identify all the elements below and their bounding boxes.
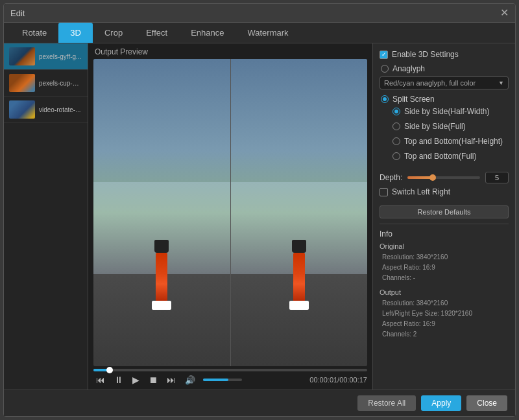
anaglyph-dropdown[interactable]: Red/cyan anaglyph, full color ▼ xyxy=(380,76,509,89)
split-opt-0-label: Side by Side(Half-Width) xyxy=(404,107,489,116)
apply-button[interactable]: Apply xyxy=(421,395,461,411)
orig-res: Resolution: 3840*2160 xyxy=(380,252,509,262)
split-opt-2-radio[interactable] xyxy=(392,137,400,145)
right-panel: ✓ Enable 3D Settings Anaglyph Red/cyan a… xyxy=(372,43,515,390)
info-title: Info xyxy=(380,229,509,239)
edit-dialog: Edit ✕ Rotate 3D Crop Effect Enhance Wat… xyxy=(3,3,516,417)
depth-row: Depth: 5 xyxy=(380,172,509,183)
sidebar-item-0[interactable]: pexels-gyff-g... xyxy=(4,43,88,70)
skip-end-button[interactable]: ⏭ xyxy=(164,374,178,386)
sidebar-thumb-0 xyxy=(9,47,35,65)
video-preview xyxy=(93,59,367,366)
split-opt-0-row: Side by Side(Half-Width) xyxy=(391,107,509,116)
out-eye-size: Left/Right Eye Size: 1920*2160 xyxy=(380,309,509,319)
time-display: 00:00:01/00:00:17 xyxy=(309,376,367,384)
volume-fill xyxy=(203,379,228,381)
split-options-group: Side by Side(Half-Width) Side by Side(Fu… xyxy=(380,107,509,164)
sidebar-thumb-2 xyxy=(9,100,35,119)
sidebar-thumb-1 xyxy=(9,74,35,92)
anaglyph-label: Anaglyph xyxy=(392,64,425,73)
switch-lr-label: Switch Left Right xyxy=(392,187,450,196)
progress-thumb[interactable] xyxy=(106,367,113,373)
split-opt-3-label: Top and Bottom(Full) xyxy=(404,152,476,161)
tab-3d[interactable]: 3D xyxy=(58,23,93,43)
restore-all-button[interactable]: Restore All xyxy=(357,395,416,411)
sidebar: pexels-gyff-g... pexels-cup-of-... video… xyxy=(4,43,88,390)
switch-lr-row: Switch Left Right xyxy=(380,187,509,196)
close-title-btn[interactable]: ✕ xyxy=(500,8,509,18)
split-screen-label: Split Screen xyxy=(392,95,435,104)
enable-3d-row: ✓ Enable 3D Settings xyxy=(380,50,509,59)
sidebar-label-0: pexels-gyff-g... xyxy=(39,53,81,60)
tower-top-right xyxy=(292,240,306,253)
controls-row: ⏮ ⏸ ▶ ⏹ ⏭ 🔊 00:00:01/00:00:17 xyxy=(93,374,367,386)
depth-number-input[interactable]: 5 xyxy=(485,172,509,183)
volume-track[interactable] xyxy=(203,379,242,381)
tab-crop[interactable]: Crop xyxy=(93,23,134,43)
pause-button[interactable]: ⏸ xyxy=(112,374,126,386)
content-area: pexels-gyff-g... pexels-cup-of-... video… xyxy=(4,43,515,390)
tab-effect[interactable]: Effect xyxy=(134,23,179,43)
tab-watermark[interactable]: Watermark xyxy=(235,23,300,43)
restore-defaults-button[interactable]: Restore Defaults xyxy=(380,205,509,218)
enable-3d-label: Enable 3D Settings xyxy=(392,50,459,59)
tabs-bar: Rotate 3D Crop Effect Enhance Watermark xyxy=(4,23,515,43)
close-button[interactable]: Close xyxy=(466,395,507,411)
orig-channels: Channels: - xyxy=(380,273,509,283)
skip-back-button[interactable]: ⏮ xyxy=(93,374,108,386)
volume-icon[interactable]: 🔊 xyxy=(182,375,198,386)
depth-slider-thumb[interactable] xyxy=(429,174,436,181)
tower-top-left xyxy=(154,240,169,253)
anaglyph-row: Anaglyph xyxy=(380,64,509,73)
lighthouse-scene xyxy=(93,59,367,366)
sidebar-item-2[interactable]: video-rotate-... xyxy=(4,97,88,123)
sidebar-label-1: pexels-cup-of-... xyxy=(39,80,82,87)
split-opt-3-radio[interactable] xyxy=(392,152,400,160)
video-frame xyxy=(93,59,367,366)
split-opt-0-radio[interactable] xyxy=(392,108,400,115)
original-title: Original xyxy=(380,242,509,250)
playback-bar: ⏮ ⏸ ▶ ⏹ ⏭ 🔊 00:00:01/00:00:17 xyxy=(88,366,372,390)
info-section: Info Original Resolution: 3840*2160 Aspe… xyxy=(380,224,509,345)
dropdown-value: Red/cyan anaglyph, full color xyxy=(384,79,476,87)
split-screen-radio[interactable] xyxy=(381,95,389,103)
preview-label: Output Preview xyxy=(88,43,372,59)
main-area: Output Preview xyxy=(88,43,372,390)
dropdown-arrow-icon: ▼ xyxy=(498,80,504,86)
dialog-title: Edit xyxy=(10,8,25,18)
tab-rotate[interactable]: Rotate xyxy=(10,23,58,43)
bottom-bar: Restore All Apply Close xyxy=(4,390,515,416)
out-aspect: Aspect Ratio: 16:9 xyxy=(380,319,509,329)
output-title: Output xyxy=(380,288,509,296)
switch-lr-checkbox[interactable] xyxy=(380,188,388,196)
lighthouse-right xyxy=(230,59,368,366)
split-opt-0-dot xyxy=(394,110,398,113)
split-opt-1-label: Side by Side(Full) xyxy=(404,122,466,131)
split-opt-3-row: Top and Bottom(Full) xyxy=(391,152,509,161)
split-screen-row: Split Screen xyxy=(380,95,509,104)
stop-button[interactable]: ⏹ xyxy=(146,374,160,386)
out-channels: Channels: 2 xyxy=(380,329,509,340)
split-opt-2-label: Top and Bottom(Half-Height) xyxy=(404,137,503,146)
split-screen-dot xyxy=(383,97,387,101)
anaglyph-radio[interactable] xyxy=(381,65,389,73)
sidebar-label-2: video-rotate-... xyxy=(39,106,80,113)
out-res: Resolution: 3840*2160 xyxy=(380,298,509,309)
lighthouse-left xyxy=(93,59,230,366)
tower-right xyxy=(293,253,305,305)
tower-left xyxy=(156,253,167,305)
enable-3d-check-mark: ✓ xyxy=(381,51,387,58)
original-info-group: Original Resolution: 3840*2160 Aspect Ra… xyxy=(380,242,509,283)
output-info-group: Output Resolution: 3840*2160 Left/Right … xyxy=(380,288,509,340)
enable-3d-checkbox[interactable]: ✓ xyxy=(380,51,388,59)
progress-track[interactable] xyxy=(93,369,367,371)
split-opt-1-radio[interactable] xyxy=(392,122,400,130)
sidebar-item-1[interactable]: pexels-cup-of-... xyxy=(4,70,88,97)
tab-enhance[interactable]: Enhance xyxy=(179,23,235,43)
split-opt-2-row: Top and Bottom(Half-Height) xyxy=(391,137,509,146)
title-bar: Edit ✕ xyxy=(4,4,515,23)
play-button[interactable]: ▶ xyxy=(130,374,142,386)
depth-label: Depth: xyxy=(380,173,402,182)
depth-slider[interactable] xyxy=(407,176,480,179)
tower-base-right xyxy=(289,301,309,310)
